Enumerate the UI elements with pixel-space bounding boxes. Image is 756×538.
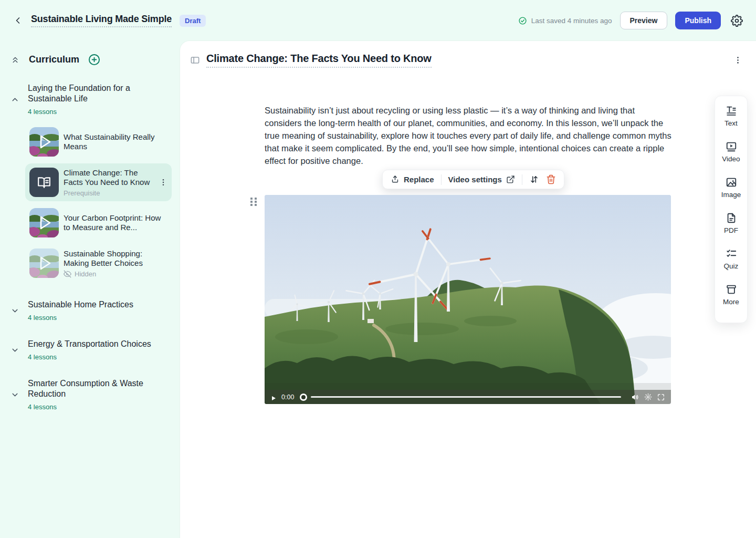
chevron-up-icon[interactable] [10,95,19,104]
lesson-item-hidden[interactable]: Sustainable Shopping: Making Better Choi… [25,244,172,282]
video-player[interactable]: 0:00 [265,195,671,404]
pdf-file-icon [726,212,737,224]
section-header[interactable]: Sustainable Home Practices 4 lessons [8,299,172,322]
section-lesson-count: 4 lessons [28,403,151,411]
video-frame-wind-turbines [265,195,671,404]
chevron-down-icon[interactable] [10,306,19,315]
lesson-title: What Sustainability Really Means [64,132,167,152]
video-controls-bar: 0:00 [265,390,671,404]
tool-quiz[interactable]: Quiz [715,248,747,284]
toolbar-divider [441,174,442,185]
back-icon[interactable] [13,15,23,26]
volume-icon[interactable] [631,393,639,401]
video-icon [726,141,737,152]
trash-icon[interactable] [546,174,556,184]
more-archive-icon [726,284,737,295]
sidebar-toggle-icon[interactable] [190,55,200,65]
replace-button[interactable]: Replace [391,175,434,184]
section-title: Laying the Foundation for a Sustainable … [28,83,151,104]
image-icon [726,177,737,188]
video-thumbnail [29,127,59,157]
lesson-title: Sustainable Shopping: Making Better Choi… [64,249,167,268]
lesson-menu-kebab-icon[interactable] [733,56,742,65]
reading-lesson-tile [29,168,59,197]
status-badge: Draft [180,15,206,27]
video-settings-button[interactable]: Video settings [448,175,515,184]
text-icon [726,105,737,117]
curriculum-section: Laying the Foundation for a Sustainable … [8,83,172,282]
check-circle-icon [518,16,527,25]
video-block-toolbar: Replace Video settings [382,170,564,189]
lesson-item[interactable]: What Sustainability Really Means [25,123,172,161]
topbar: Sustainable Living Made Simple Draft Las… [0,0,756,41]
player-settings-gear-icon[interactable] [644,393,652,401]
collapse-all-icon[interactable] [10,55,20,65]
section-header[interactable]: Laying the Foundation for a Sustainable … [8,83,172,116]
tool-video[interactable]: Video [715,141,747,177]
tool-image[interactable]: Image [715,177,747,212]
lesson-header: Climate Change: The Facts You Need to Kn… [190,53,742,68]
section-lesson-count: 4 lessons [28,108,151,116]
tool-pdf[interactable]: PDF [715,212,747,248]
lesson-list: What Sustainability Really Means Climate… [25,123,172,282]
publish-button[interactable]: Publish [675,12,721,29]
lesson-intro-paragraph[interactable]: Sustainability isn’t just about recyclin… [265,104,674,167]
curriculum-section: Sustainable Home Practices 4 lessons [8,299,172,322]
curriculum-title: Curriculum [29,54,79,65]
lesson-subtitle: Prerequisite [64,189,154,197]
drag-handle-icon[interactable] [250,197,257,206]
tool-text[interactable]: Text [715,105,747,141]
video-thumbnail [29,249,59,278]
curriculum-header: Curriculum [8,54,172,66]
section-lesson-count: 4 lessons [28,314,133,322]
upload-icon [391,175,400,184]
lesson-editor-card: Climate Change: The Facts You Need to Kn… [180,41,756,538]
save-status-text: Last saved 4 minutes ago [531,17,612,25]
section-title: Energy & Transportation Choices [28,339,151,349]
video-thumbnail [29,208,59,237]
video-time: 0:00 [281,394,294,401]
section-title: Sustainable Home Practices [28,299,133,310]
curriculum-sidebar: Curriculum Laying the Foundation for a S… [0,41,180,538]
save-status: Last saved 4 minutes ago [518,16,612,25]
section-header[interactable]: Smarter Consumption & Waste Reduction 4 … [8,378,172,411]
lesson-page-title[interactable]: Climate Change: The Facts You Need to Kn… [206,53,432,68]
section-lesson-count: 4 lessons [28,353,151,361]
insert-element-toolbar: Text Video Image PDF Quiz More [715,96,748,323]
tool-more[interactable]: More [715,284,747,319]
lesson-item[interactable]: Your Carbon Footprint: How to Measure an… [25,204,172,242]
quiz-checklist-icon [726,248,737,260]
chevron-down-icon[interactable] [10,346,19,355]
lesson-item-selected[interactable]: Climate Change: The Facts You Need to Kn… [25,163,172,201]
kebab-menu-icon[interactable] [159,178,167,187]
gear-icon[interactable] [731,15,743,27]
add-section-icon[interactable] [88,54,100,66]
fullscreen-icon[interactable] [657,393,665,401]
chevron-down-icon[interactable] [10,390,19,399]
eye-off-icon [64,270,71,278]
play-icon[interactable] [270,394,277,400]
progress-bar[interactable] [311,396,621,398]
external-link-icon [506,175,515,184]
scrubber-thumb[interactable] [300,394,307,401]
lesson-title: Climate Change: The Facts You Need to Kn… [64,168,154,188]
toolbar-divider [522,174,522,185]
lesson-title: Your Carbon Footprint: How to Measure an… [64,213,167,233]
preview-button[interactable]: Preview [620,12,668,29]
section-title: Smarter Consumption & Waste Reduction [28,378,151,399]
lesson-hidden-status: Hidden [64,270,167,278]
curriculum-section: Energy & Transportation Choices 4 lesson… [8,339,172,361]
curriculum-section: Smarter Consumption & Waste Reduction 4 … [8,378,172,411]
reorder-icon[interactable] [529,174,539,184]
course-title[interactable]: Sustainable Living Made Simple [31,14,172,27]
section-header[interactable]: Energy & Transportation Choices 4 lesson… [8,339,172,361]
